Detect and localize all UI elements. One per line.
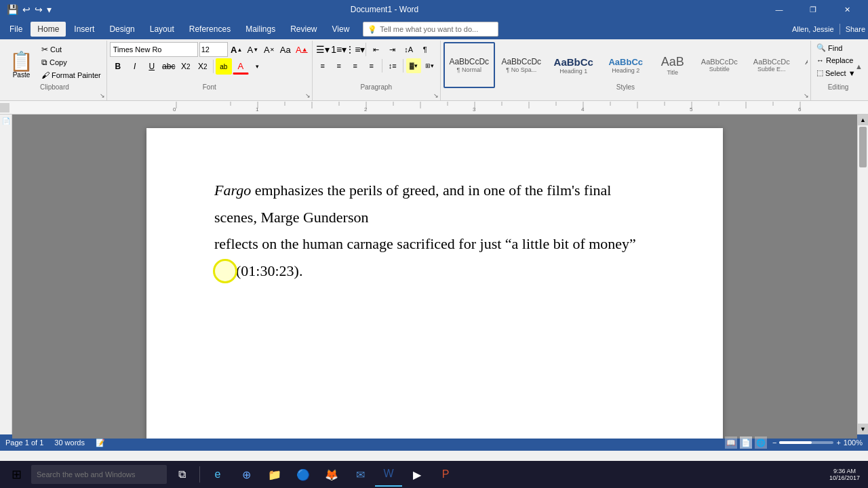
menu-review[interactable]: Review xyxy=(283,22,323,37)
read-mode-btn[interactable]: 📖 xyxy=(725,436,737,449)
find-button[interactable]: 🔍 Find xyxy=(814,42,845,54)
edge-btn[interactable]: e xyxy=(204,462,231,487)
line-spacing-btn[interactable]: ↕≡ xyxy=(385,58,400,73)
media-btn[interactable]: ▶ xyxy=(403,462,431,487)
zoom-in-btn[interactable]: + xyxy=(836,439,840,447)
web-layout-btn[interactable]: 🌐 xyxy=(755,436,767,449)
menu-design[interactable]: Design xyxy=(102,22,141,37)
share-btn[interactable]: Share xyxy=(846,25,865,33)
word-taskbar-btn[interactable]: W xyxy=(375,462,402,487)
ie-btn[interactable]: ⊕ xyxy=(233,462,260,487)
document-page[interactable]: Fargo emphasizes the perils of greed, an… xyxy=(146,128,723,439)
style-subtitle[interactable]: AaBbCcDc Subtitle xyxy=(694,42,745,88)
zoom-out-btn[interactable]: − xyxy=(772,439,776,447)
doc-paragraph-2[interactable]: reflects on the human carnage sacrificed… xyxy=(214,230,655,285)
clipboard-expand-icon[interactable]: ↘ xyxy=(100,92,105,99)
scroll-thumb[interactable] xyxy=(859,127,867,167)
menu-view[interactable]: View xyxy=(326,22,357,37)
notification-area[interactable]: 9:36 AM 10/16/2017 xyxy=(829,468,860,481)
increase-indent-btn[interactable]: ⇥ xyxy=(385,42,400,57)
style-subtle-em[interactable]: AaBbCcDc Subtle E... xyxy=(746,42,797,88)
para-expand-icon[interactable]: ↘ xyxy=(433,92,439,99)
shading-btn[interactable]: ▓▾ xyxy=(406,58,421,73)
redo-qat-btn[interactable]: ↪ xyxy=(33,3,44,16)
task-view-btn[interactable]: ⧉ xyxy=(168,462,195,487)
show-formatting-btn[interactable]: ¶ xyxy=(418,42,433,57)
subscript-button[interactable]: X2 xyxy=(178,58,194,75)
restore-btn[interactable]: ❐ xyxy=(797,0,829,19)
menu-references[interactable]: References xyxy=(182,22,237,37)
text-color-btn[interactable]: A xyxy=(233,58,249,75)
undo-qat-btn[interactable]: ↩ xyxy=(21,3,32,16)
doc-view-icon[interactable]: 📄 xyxy=(2,117,10,125)
underline-button[interactable]: U xyxy=(144,58,160,75)
font-color-dropdown[interactable]: ▾ xyxy=(250,58,266,75)
paste-label: Paste xyxy=(13,71,31,79)
scrollbar-vertical[interactable]: ▲ ▼ xyxy=(857,115,868,434)
doc-area[interactable]: Fargo emphasizes the perils of greed, an… xyxy=(12,115,857,439)
align-center-btn[interactable]: ≡ xyxy=(332,58,347,73)
strikethrough-button[interactable]: abc xyxy=(161,58,177,75)
style-title[interactable]: AaB Title xyxy=(652,42,693,88)
align-right-btn[interactable]: ≡ xyxy=(348,58,363,73)
select-button[interactable]: ⬚ Select ▼ xyxy=(814,67,859,79)
menu-insert[interactable]: Insert xyxy=(67,22,101,37)
powerpoint-btn[interactable]: P xyxy=(432,462,459,487)
bullets-btn[interactable]: ☰▾ xyxy=(315,42,330,57)
print-layout-btn[interactable]: 📄 xyxy=(740,436,752,449)
start-button[interactable]: ⊞ xyxy=(3,462,30,487)
ruler-corner[interactable] xyxy=(0,103,9,113)
menu-file[interactable]: File xyxy=(3,22,29,37)
outlook-btn[interactable]: ✉ xyxy=(347,462,374,487)
para-div3 xyxy=(403,59,403,73)
clear-format-btn[interactable]: A✕ xyxy=(262,42,277,57)
align-left-btn[interactable]: ≡ xyxy=(315,58,330,73)
styles-expand-icon[interactable]: ↘ xyxy=(804,92,809,99)
style-heading1[interactable]: AaBbCc Heading 1 xyxy=(548,42,599,88)
style-normal[interactable]: AaBbCcDc ¶ Normal xyxy=(443,42,495,88)
zoom-slider[interactable] xyxy=(779,441,833,444)
superscript-button[interactable]: X2 xyxy=(195,58,211,75)
menu-mailings[interactable]: Mailings xyxy=(239,22,282,37)
save-qat-btn[interactable]: 💾 xyxy=(5,3,20,16)
qat-dropdown[interactable]: ▾ xyxy=(45,3,53,16)
cut-button[interactable]: ✂ Cut xyxy=(39,43,104,56)
font-name-input[interactable] xyxy=(110,42,198,57)
multilevel-btn[interactable]: ⋮≡▾ xyxy=(348,42,363,57)
borders-btn[interactable]: ⊞▾ xyxy=(422,58,437,73)
italic-button[interactable]: I xyxy=(127,58,143,75)
font-expand-icon[interactable]: ↘ xyxy=(305,92,311,99)
chrome-btn[interactable]: 🔵 xyxy=(290,462,317,487)
sort-btn[interactable]: ↕A xyxy=(401,42,416,57)
text-highlight-btn[interactable]: ab xyxy=(216,58,232,75)
taskbar-search-input[interactable] xyxy=(31,465,167,484)
close-btn[interactable]: ✕ xyxy=(831,0,863,19)
firefox-btn[interactable]: 🦊 xyxy=(318,462,345,487)
scroll-up-btn[interactable]: ▲ xyxy=(858,115,868,125)
style-no-spacing[interactable]: AaBbCcDc ¶ No Spa... xyxy=(496,42,547,88)
ribbon-collapse-btn[interactable]: ▲ xyxy=(855,62,863,70)
paste-button[interactable]: 📋 Paste xyxy=(5,42,37,88)
proofing-icon[interactable]: 📝 xyxy=(96,439,105,447)
font-size-input[interactable] xyxy=(199,42,228,57)
minimize-btn[interactable]: — xyxy=(764,0,795,19)
text-effects-btn[interactable]: A▲ xyxy=(294,42,309,57)
justify-btn[interactable]: ≡ xyxy=(364,58,379,73)
explorer-btn[interactable]: 📁 xyxy=(261,462,288,487)
grow-font-btn[interactable]: A▲ xyxy=(229,42,244,57)
decrease-indent-btn[interactable]: ⇤ xyxy=(369,42,384,57)
shrink-font-btn[interactable]: A▼ xyxy=(245,42,260,57)
menu-home[interactable]: Home xyxy=(31,22,66,37)
doc-paragraph-1[interactable]: Fargo emphasizes the perils of greed, an… xyxy=(214,177,655,230)
numbering-btn[interactable]: 1≡▾ xyxy=(332,42,347,57)
bold-button[interactable]: B xyxy=(110,58,126,75)
copy-button[interactable]: ⧉ Copy xyxy=(39,56,104,68)
text-case-btn[interactable]: Aa xyxy=(278,42,293,57)
format-painter-button[interactable]: 🖌 Format Painter xyxy=(39,69,104,81)
replace-button[interactable]: ↔ Replace xyxy=(814,55,856,66)
scroll-down-btn[interactable]: ▼ xyxy=(858,424,868,434)
menu-layout[interactable]: Layout xyxy=(143,22,181,37)
style-heading2[interactable]: AaBbCc Heading 2 xyxy=(600,42,652,88)
style-emphasis[interactable]: AaBbCcDc Emphasis xyxy=(798,42,808,88)
tell-me-bar[interactable]: 💡 Tell me what you want to do... xyxy=(363,22,498,37)
